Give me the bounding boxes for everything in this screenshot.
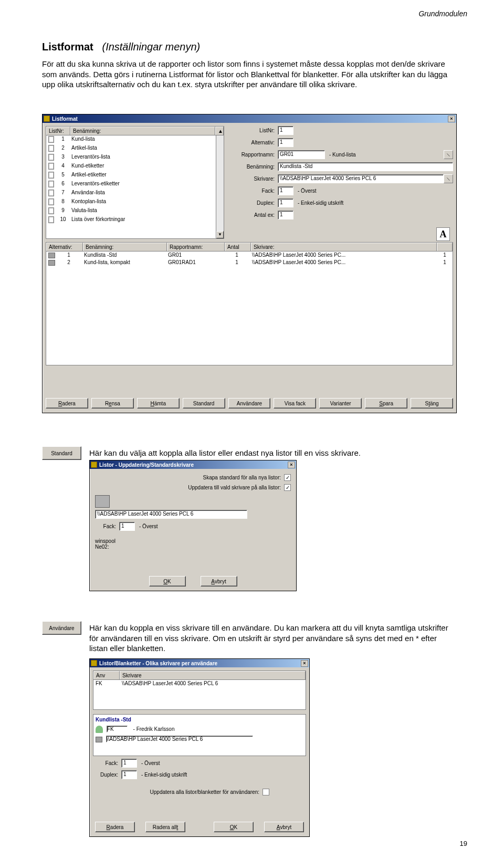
list-body[interactable]: 1Kund-lista 2Artikel-lista 3Leverantörs-… [46,135,224,239]
rensa-button[interactable]: Rensa [91,398,134,408]
printer-input[interactable]: \\ADSAB\HP LaserJet 4000 Series PCL 6 [95,510,247,519]
detail-box: Kundlista -Std FK - Fredrik Karlsson \\A… [93,714,306,756]
lookup-icon[interactable]: ⟍ [444,150,453,159]
radera-allt-button[interactable]: Radera allt [145,822,185,832]
col-alternativ[interactable]: Alternativ: [46,243,83,251]
document-icon [48,216,54,223]
fack-desc: - Överst [135,523,158,529]
fack-input[interactable]: 1 [121,759,137,768]
page-number: 19 [460,840,467,847]
grid-row[interactable]: 2 Kund-lista, kompakt GR01RAD1 1 \\ADSAB… [46,259,453,266]
listnr-input[interactable]: 1 [278,126,293,135]
window-title: Listor - Uppdatering/Standardskrivare [99,462,288,468]
col-benamning[interactable]: Benämning: [70,127,215,135]
document-icon [48,207,54,214]
app-icon [44,116,50,122]
col-benamning2[interactable]: Benämning: [83,243,167,251]
varianter-button[interactable]: Varianter [319,398,362,408]
olika-skrivare-window: Listor/Blanketter - Olika skrivare per a… [89,658,310,837]
close-icon[interactable]: × [288,462,295,468]
anvandare-badge[interactable]: Användare [42,621,81,635]
page-header: Grundmodulen [418,9,467,18]
duplex-input[interactable]: 1 [121,770,137,779]
printer-icon [48,260,55,266]
duplex-label: Duplex: [230,200,278,206]
scroll-up-icon[interactable]: ▲ [215,127,224,135]
col-skrivare[interactable]: Skrivare: [251,243,437,251]
fack-label: Fack: [230,188,278,194]
person-icon [96,726,103,733]
fack-desc: - Överst [137,760,160,766]
titlebar[interactable]: Listformat × [43,114,456,123]
listnr-label: ListNr: [230,128,278,133]
scrollbar[interactable]: ▼ [216,135,224,238]
fack-desc: - Överst [293,188,317,194]
cb-uppdatera-alla[interactable]: ✓ [284,484,291,491]
titlebar[interactable]: Listor/Blanketter - Olika skrivare per a… [90,659,309,667]
grid-row[interactable]: 1 Kundlista -Std GR01 1 \\ADSAB\HP Laser… [46,252,453,259]
cb2-label: Uppdatera till vald skrivare på alla lis… [95,485,284,490]
duplex-label: Duplex: [93,772,121,778]
antalex-input[interactable]: 1 [278,211,293,219]
ok-button[interactable]: OK [149,576,186,586]
col-anv[interactable]: Anv [93,671,120,679]
document-icon [48,190,54,196]
standard-button[interactable]: Standard [183,398,225,408]
skrivare-input[interactable]: \\ADSAB\HP LaserJet 4000 Series PCL 6 [278,174,444,183]
rapportnamn-input[interactable]: GR01 [278,150,325,159]
spool-text: winspool [95,538,291,544]
radera-button[interactable]: Radera [95,822,135,832]
close-icon[interactable]: × [448,116,455,122]
cb-standard-nya[interactable]: ✓ [284,474,291,481]
document-icon [48,172,54,179]
close-icon[interactable]: × [301,660,308,667]
ok-button[interactable]: OK [214,822,254,832]
rapportnamn-label: Rapportnamn: [230,152,278,158]
col-antal[interactable]: Antal [225,243,251,251]
font-icon[interactable]: A [436,227,450,241]
cb1-label: Skapa standard för alla nya listor: [95,475,284,480]
fack-label: Fack: [93,760,121,766]
standard-badge[interactable]: Standard [42,446,81,460]
printer-icon [96,737,102,742]
col-rapportnamn[interactable]: Rapportnamn: [167,243,225,251]
section-title-main: Listformat [42,41,93,53]
printer-input[interactable]: \\ADSAB\HP LaserJet 4000 Series PCL 6 [106,736,253,742]
benamning-input[interactable]: Kundlista -Std [278,162,453,171]
stang-button[interactable]: Stäng [411,398,453,408]
titlebar[interactable]: Listor - Uppdatering/Standardskrivare × [90,460,296,469]
scroll-down-icon[interactable]: ▼ [216,231,224,238]
fack-input[interactable]: 1 [278,186,293,195]
cb-update-all-label: Uppdatera alla listor/blanketter för anv… [150,789,259,795]
user-code-input[interactable]: FK [107,726,128,732]
grid-row[interactable]: FK \\ADSAB\HP LaserJet 4000 Series PCL 6 [93,680,306,687]
document-icon [48,136,54,143]
lookup-icon[interactable]: ⟍ [444,174,453,183]
col-listnr[interactable]: ListNr: [46,127,70,135]
document-icon [48,198,54,205]
printer-icon [95,495,110,508]
duplex-input[interactable]: 1 [278,198,293,207]
window-title: Listor/Blanketter - Olika skrivare per a… [99,661,301,666]
visafack-button[interactable]: Visa fack [274,398,316,408]
user-name: - Fredrik Karlsson [129,726,175,732]
detail-title: Kundlista -Std [96,717,303,722]
document-icon [48,154,54,161]
anvandare-button[interactable]: Användare [228,398,271,408]
hamta-button[interactable]: Hämta [137,398,180,408]
cb-update-all[interactable] [262,789,269,795]
list-header: ListNr: Benämning: ▲ [46,126,224,135]
avbryt-button[interactable]: Avbryt [201,576,237,586]
section-title-paren: (Inställningar menyn) [102,41,200,53]
fack-input[interactable]: 1 [119,522,135,531]
alternativ-input[interactable]: 1 [278,138,293,147]
rapportnamn-desc: - Kund-lista [325,152,356,158]
spara-button[interactable]: Spara [365,398,407,408]
col-skrivare[interactable]: Skrivare [120,671,306,679]
avbryt-button[interactable]: Avbryt [264,822,304,832]
section-heading: Listformat (Inställningar menyn) [42,41,200,53]
radera-button[interactable]: Radera [46,398,88,408]
fack-label: Fack: [95,523,119,529]
alternatives-grid[interactable]: Alternativ: Benämning: Rapportnamn: Anta… [46,242,453,365]
user-printer-grid[interactable]: Anv Skrivare FK \\ADSAB\HP LaserJet 4000… [93,671,306,710]
